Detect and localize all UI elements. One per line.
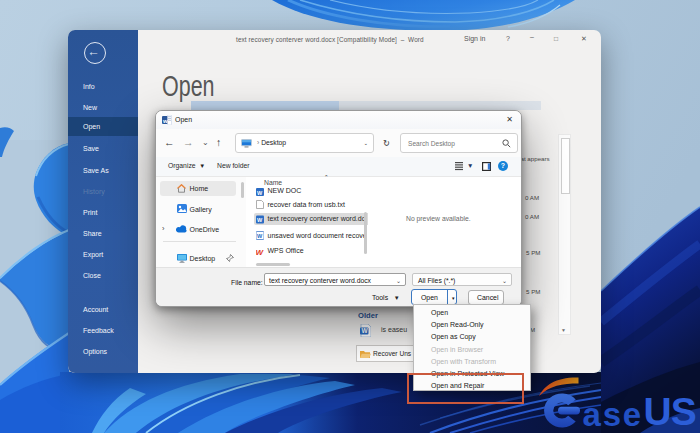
svg-text:W: W — [257, 217, 263, 223]
svg-text:ase: ase — [583, 396, 643, 433]
svg-text:US: US — [644, 390, 697, 433]
svg-text:W: W — [361, 327, 368, 334]
svg-text:W: W — [257, 234, 263, 240]
svg-text:w: w — [162, 118, 168, 124]
svg-text:W: W — [257, 189, 263, 195]
svg-text:W: W — [256, 248, 264, 256]
